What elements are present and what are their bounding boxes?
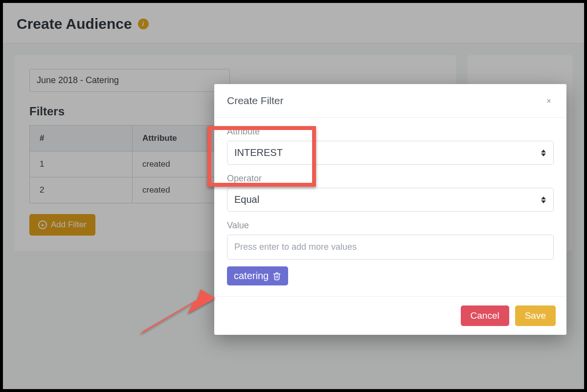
modal-body: Attribute INTEREST Operator Equal Value … — [214, 118, 566, 297]
cancel-button[interactable]: Cancel — [461, 305, 509, 326]
operator-value: Equal — [227, 188, 553, 211]
attribute-select[interactable]: INTEREST — [227, 141, 554, 165]
operator-group: Operator Equal — [227, 174, 554, 212]
value-tag[interactable]: catering — [227, 266, 288, 285]
operator-label: Operator — [227, 174, 554, 184]
chevron-updown-icon — [541, 196, 546, 204]
close-icon[interactable]: × — [544, 96, 554, 106]
create-filter-modal: Create Filter × Attribute INTEREST Opera… — [214, 84, 566, 335]
value-input[interactable] — [227, 235, 554, 260]
modal-title: Create Filter — [227, 95, 284, 107]
value-group: Value catering — [227, 220, 554, 285]
chevron-updown-icon — [541, 149, 546, 157]
attribute-label: Attribute — [227, 127, 554, 137]
value-label: Value — [227, 220, 554, 231]
modal-footer: Cancel Save — [214, 297, 566, 335]
value-tag-label: catering — [234, 270, 269, 282]
attribute-value: INTEREST — [227, 141, 553, 164]
trash-icon — [272, 272, 281, 281]
attribute-group: Attribute INTEREST — [227, 127, 554, 165]
operator-select[interactable]: Equal — [227, 188, 554, 212]
modal-header: Create Filter × — [214, 84, 566, 118]
save-button[interactable]: Save — [515, 305, 556, 326]
